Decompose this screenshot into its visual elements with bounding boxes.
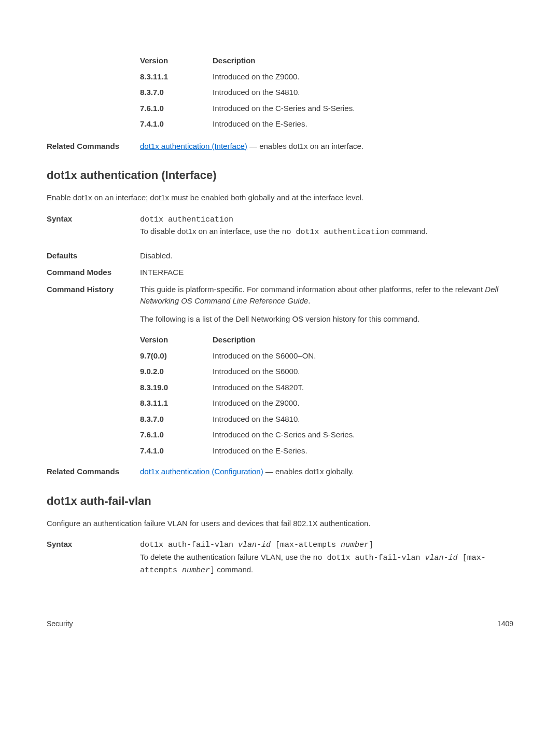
version-cell: 9.0.2.0 (140, 366, 213, 378)
table-row: 7.6.1.0 Introduced on the C-Series and S… (140, 429, 513, 441)
desc-cell: Introduced on the Z9000. (213, 397, 300, 409)
version-cell: 8.3.11.1 (140, 397, 213, 409)
syntax-code: dot1x auth-fail-vlan vlan-id [max-attemp… (140, 541, 373, 549)
related-text: — enables dot1x globally. (263, 467, 354, 476)
syntax-text: To delete the authentication failure VLA… (140, 553, 313, 561)
related-link[interactable]: dot1x authentication (Interface) (140, 142, 247, 150)
related-link[interactable]: dot1x authentication (Configuration) (140, 467, 263, 476)
syntax-label: Syntax (47, 213, 140, 239)
command-history-row: Command History This guide is platform-s… (47, 284, 513, 461)
syntax-label: Syntax (47, 539, 140, 577)
version-cell: 7.4.1.0 (140, 445, 213, 457)
desc-cell: Introduced on the C-Series and S-Series. (213, 103, 355, 115)
col-header-version: Version (140, 334, 213, 346)
table-row: 7.4.1.0 Introduced on the E-Series. (140, 445, 513, 457)
version-cell: 8.3.19.0 (140, 382, 213, 394)
version-cell: 8.3.11.1 (140, 71, 213, 83)
related-commands-content: dot1x authentication (Configuration) — e… (140, 466, 513, 478)
top-version-table: Version Description 8.3.11.1 Introduced … (140, 55, 513, 130)
syntax-text: command. (215, 565, 253, 574)
related-commands-label: Related Commands (47, 466, 140, 478)
syntax-code-inline: no dot1x authentication (282, 228, 389, 237)
desc-cell: Introduced on the S6000–ON. (213, 350, 316, 362)
footer-section: Security (47, 618, 73, 629)
desc-cell: Introduced on the S4820T. (213, 382, 304, 394)
table-row: 8.3.11.1 Introduced on the Z9000. (140, 71, 513, 83)
table-header-row: Version Description (140, 55, 513, 67)
command-history-label: Command History (47, 284, 140, 461)
related-commands-row: Related Commands dot1x authentication (C… (47, 466, 513, 478)
syntax-text: command. (389, 227, 428, 236)
col-header-description: Description (213, 334, 256, 346)
syntax-row: Syntax dot1x auth-fail-vlan vlan-id [max… (47, 539, 513, 577)
table-row: 8.3.19.0 Introduced on the S4820T. (140, 382, 513, 394)
version-cell: 8.3.7.0 (140, 87, 213, 99)
table-header-row: Version Description (140, 334, 513, 346)
syntax-text: To disable dot1x on an interface, use th… (140, 227, 282, 236)
version-cell: 8.3.7.0 (140, 414, 213, 425)
defaults-value: Disabled. (140, 250, 513, 262)
table-row: 9.0.2.0 Introduced on the S6000. (140, 366, 513, 378)
history-text: . (308, 296, 310, 305)
version-cell: 7.6.1.0 (140, 103, 213, 115)
desc-cell: Introduced on the Z9000. (213, 71, 300, 83)
desc-cell: Introduced on the S4810. (213, 414, 300, 425)
command-modes-row: Command Modes INTERFACE (47, 267, 513, 279)
related-commands-label: Related Commands (47, 141, 140, 153)
table-row: 8.3.7.0 Introduced on the S4810. (140, 414, 513, 425)
table-row: 7.6.1.0 Introduced on the C-Series and S… (140, 103, 513, 115)
desc-cell: Introduced on the E-Series. (213, 118, 307, 130)
desc-cell: Introduced on the S6000. (213, 366, 300, 378)
history-version-table: Version Description 9.7(0.0) Introduced … (140, 334, 513, 457)
footer-page-number: 1409 (497, 618, 513, 629)
syntax-row: Syntax dot1x authentication To disable d… (47, 213, 513, 239)
command-modes-value: INTERFACE (140, 267, 513, 279)
table-row: 8.3.7.0 Introduced on the S4810. (140, 87, 513, 99)
history-note: The following is a list of the Dell Netw… (140, 313, 513, 325)
table-row: 9.7(0.0) Introduced on the S6000–ON. (140, 350, 513, 362)
related-text: — enables dot1x on an interface. (247, 142, 363, 150)
command-modes-label: Command Modes (47, 267, 140, 279)
desc-cell: Introduced on the C-Series and S-Series. (213, 429, 355, 441)
desc-cell: Introduced on the E-Series. (213, 445, 307, 457)
syntax-code: dot1x authentication (140, 215, 233, 224)
defaults-label: Defaults (47, 250, 140, 262)
page-footer: Security 1409 (47, 618, 513, 629)
section-intro: Configure an authentication failure VLAN… (47, 518, 513, 530)
command-history-content: This guide is platform-specific. For com… (140, 284, 513, 461)
section-heading-auth-fail: dot1x auth-fail-vlan (47, 492, 513, 509)
col-header-description: Description (213, 55, 256, 67)
syntax-content: dot1x auth-fail-vlan vlan-id [max-attemp… (140, 539, 513, 577)
version-cell: 7.4.1.0 (140, 118, 213, 130)
related-commands-row: Related Commands dot1x authentication (I… (47, 141, 513, 153)
syntax-content: dot1x authentication To disable dot1x on… (140, 213, 513, 239)
section-heading-interface: dot1x authentication (Interface) (47, 167, 513, 184)
defaults-row: Defaults Disabled. (47, 250, 513, 262)
history-text: This guide is platform-specific. For com… (140, 285, 485, 294)
related-commands-content: dot1x authentication (Interface) — enabl… (140, 141, 513, 153)
table-row: 8.3.11.1 Introduced on the Z9000. (140, 397, 513, 409)
version-cell: 7.6.1.0 (140, 429, 213, 441)
version-cell: 9.7(0.0) (140, 350, 213, 362)
section-intro: Enable dot1x on an interface; dot1x must… (47, 192, 513, 204)
desc-cell: Introduced on the S4810. (213, 87, 300, 99)
col-header-version: Version (140, 55, 213, 67)
table-row: 7.4.1.0 Introduced on the E-Series. (140, 118, 513, 130)
